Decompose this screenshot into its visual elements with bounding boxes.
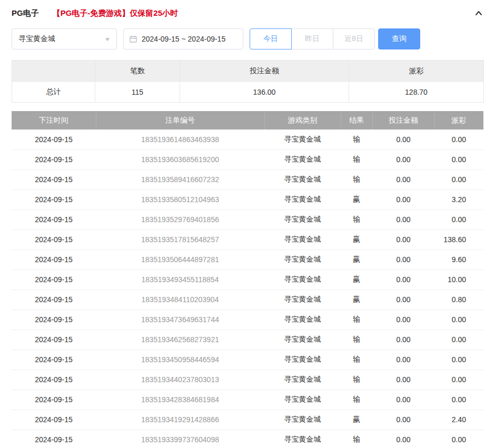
table-row: 2024-09-15 1835193440237803013 寻宝黄金城 输 0… <box>12 370 483 390</box>
cell-bet-time: 2024-09-15 <box>12 170 96 190</box>
cell-game-type: 寻宝黄金城 <box>264 290 341 310</box>
column-header-bet-id: 注单编号 <box>96 111 264 130</box>
cell-bet-time: 2024-09-15 <box>12 270 96 290</box>
cell-game-type: 寻宝黄金城 <box>264 390 341 410</box>
cell-payout: 2.40 <box>434 410 483 430</box>
cell-payout: 0.00 <box>434 390 483 410</box>
cell-payout: 0.00 <box>434 170 483 190</box>
cell-payout: 0.00 <box>434 370 483 390</box>
summary-header-amount: 投注金额 <box>180 61 349 82</box>
table-row: 2024-09-15 1835193473649631744 寻宝黄金城 输 0… <box>12 310 483 330</box>
cell-bet-id: 1835193484110203904 <box>96 290 264 310</box>
cell-game-type: 寻宝黄金城 <box>264 430 341 448</box>
cell-bet-amount: 0.00 <box>372 170 434 190</box>
cell-bet-time: 2024-09-15 <box>12 350 96 370</box>
cell-bet-amount: 0.00 <box>372 210 434 230</box>
cell-result: 赢 <box>341 270 372 290</box>
table-row: 2024-09-15 1835193603685619200 寻宝黄金城 输 0… <box>12 150 483 170</box>
cell-bet-id: 1835193440237803013 <box>96 370 264 390</box>
panel-header: PG电子 【PG电子-免费游戏】仅保留25小时 <box>12 7 483 19</box>
quick-button-today[interactable]: 今日 <box>250 28 292 49</box>
cell-result: 赢 <box>341 290 372 310</box>
cell-bet-amount: 0.00 <box>372 150 434 170</box>
table-row: 2024-09-15 1835193462568273921 寻宝黄金城 输 0… <box>12 330 483 350</box>
cell-bet-id: 1835193517815648257 <box>96 230 264 250</box>
cell-payout: 0.00 <box>434 310 483 330</box>
cell-bet-time: 2024-09-15 <box>12 430 96 448</box>
table-row: 2024-09-15 1835193450958446594 寻宝黄金城 输 0… <box>12 350 483 370</box>
cell-bet-time: 2024-09-15 <box>12 390 96 410</box>
column-header-payout: 派彩 <box>434 111 483 130</box>
search-button[interactable]: 查询 <box>378 28 420 49</box>
summary-header-payout: 派彩 <box>349 61 484 82</box>
cell-bet-id: 1835193614863463938 <box>96 130 264 150</box>
cell-bet-id: 1835193506444897281 <box>96 250 264 270</box>
column-header-game-type: 游戏类别 <box>264 111 341 130</box>
cell-game-type: 寻宝黄金城 <box>264 330 341 350</box>
summary-header-empty <box>12 61 95 82</box>
cell-game-type: 寻宝黄金城 <box>264 410 341 430</box>
cell-bet-time: 2024-09-15 <box>12 370 96 390</box>
table-row: 2024-09-15 1835193399737604098 寻宝黄金城 输 0… <box>12 430 483 448</box>
cell-game-type: 寻宝黄金城 <box>264 150 341 170</box>
cell-bet-time: 2024-09-15 <box>12 210 96 230</box>
cell-payout: 0.00 <box>434 130 483 150</box>
cell-result: 输 <box>341 150 372 170</box>
column-header-bet-amount: 投注金额 <box>372 111 434 130</box>
cell-payout: 0.80 <box>434 290 483 310</box>
cell-bet-amount: 0.00 <box>372 330 434 350</box>
bet-table-body: 2024-09-15 1835193614863463938 寻宝黄金城 输 0… <box>12 130 483 448</box>
date-range-input[interactable]: 2024-09-15 ~ 2024-09-15 <box>123 28 243 49</box>
table-row: 2024-09-15 1835193419291428866 寻宝黄金城 赢 0… <box>12 410 483 430</box>
summary-table: 笔数 投注金额 派彩 总计 115 136.00 128.70 <box>12 60 484 103</box>
table-row: 2024-09-15 1835193580512104963 寻宝黄金城 赢 0… <box>12 190 483 210</box>
quick-button-last-8-days[interactable]: 近8日 <box>333 28 375 49</box>
cell-bet-amount: 0.00 <box>372 310 434 330</box>
cell-bet-id: 1835193493455118854 <box>96 270 264 290</box>
cell-bet-id: 1835193603685619200 <box>96 150 264 170</box>
cell-bet-amount: 0.00 <box>372 290 434 310</box>
date-range-value: 2024-09-15 ~ 2024-09-15 <box>142 35 225 43</box>
cell-game-type: 寻宝黄金城 <box>264 130 341 150</box>
cell-bet-id: 1835193462568273921 <box>96 330 264 350</box>
summary-header-row: 笔数 投注金额 派彩 <box>12 61 484 82</box>
game-select-value: 寻宝黄金城 <box>18 34 55 44</box>
cell-game-type: 寻宝黄金城 <box>264 210 341 230</box>
cell-bet-id: 1835193589416607232 <box>96 170 264 190</box>
cell-bet-id: 1835193450958446594 <box>96 350 264 370</box>
cell-bet-time: 2024-09-15 <box>12 190 96 210</box>
cell-payout: 10.00 <box>434 270 483 290</box>
cell-bet-id: 1835193428384681984 <box>96 390 264 410</box>
panel-title: PG电子 <box>12 8 39 18</box>
cell-payout: 0.00 <box>434 150 483 170</box>
cell-result: 赢 <box>341 230 372 250</box>
cell-bet-time: 2024-09-15 <box>12 130 96 150</box>
cell-bet-amount: 0.00 <box>372 370 434 390</box>
summary-total-label: 总计 <box>12 82 95 103</box>
cell-payout: 0.00 <box>434 350 483 370</box>
chevron-up-icon[interactable] <box>474 8 483 18</box>
cell-bet-time: 2024-09-15 <box>12 250 96 270</box>
cell-result: 赢 <box>341 190 372 210</box>
cell-bet-time: 2024-09-15 <box>12 310 96 330</box>
column-header-result: 结果 <box>341 111 372 130</box>
game-select[interactable]: 寻宝黄金城 ▼ <box>12 28 117 49</box>
cell-bet-id: 1835193399737604098 <box>96 430 264 448</box>
cell-bet-amount: 0.00 <box>372 410 434 430</box>
panel-notice: 【PG电子-免费游戏】仅保留25小时 <box>53 8 178 18</box>
quick-button-yesterday[interactable]: 昨日 <box>291 28 333 49</box>
filter-bar: 寻宝黄金城 ▼ 2024-09-15 ~ 2024-09-15 今日 昨日 近8… <box>12 28 483 49</box>
cell-bet-id: 1835193580512104963 <box>96 190 264 210</box>
summary-total-count: 115 <box>95 82 180 103</box>
table-row: 2024-09-15 1835193517815648257 寻宝黄金城 赢 0… <box>12 230 483 250</box>
cell-game-type: 寻宝黄金城 <box>264 370 341 390</box>
cell-result: 输 <box>341 430 372 448</box>
cell-bet-id: 1835193529769401856 <box>96 210 264 230</box>
table-row: 2024-09-15 1835193614863463938 寻宝黄金城 输 0… <box>12 130 483 150</box>
cell-game-type: 寻宝黄金城 <box>264 250 341 270</box>
table-row: 2024-09-15 1835193589416607232 寻宝黄金城 输 0… <box>12 170 483 190</box>
cell-result: 赢 <box>341 250 372 270</box>
cell-payout: 3.20 <box>434 190 483 210</box>
cell-bet-amount: 0.00 <box>372 230 434 250</box>
cell-bet-id: 1835193419291428866 <box>96 410 264 430</box>
